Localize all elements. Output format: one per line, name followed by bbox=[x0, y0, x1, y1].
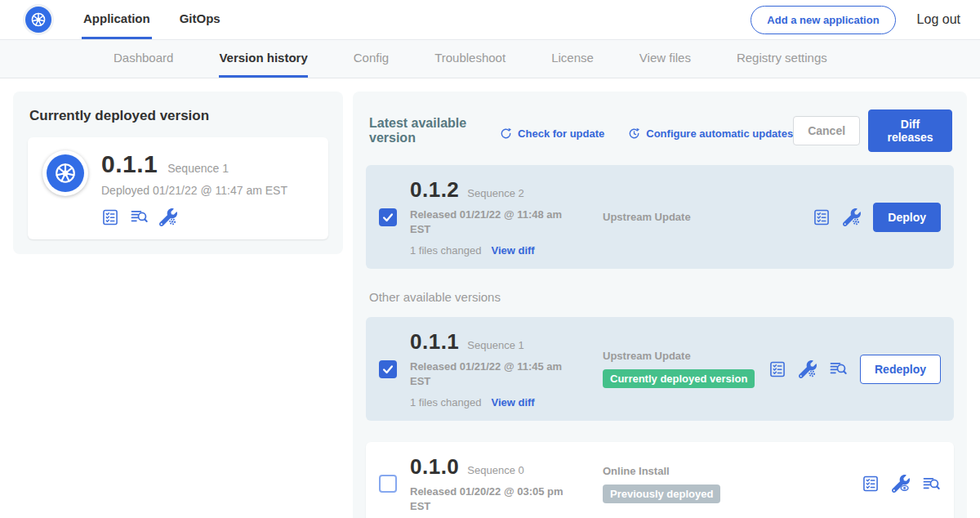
latest-available-title: Latest available version bbox=[369, 116, 488, 145]
version-history-panel: Latest available version Check for updat… bbox=[353, 92, 967, 518]
version-row-0-1-2: 0.1.2 Sequence 2 Released 01/21/22 @ 11:… bbox=[366, 165, 954, 269]
version-source: Upstream Update bbox=[603, 211, 813, 223]
deployed-timestamp: Deployed 01/21/22 @ 11:47 am EST bbox=[101, 184, 287, 197]
version-info: 0.1.2 Sequence 2 Released 01/21/22 @ 11:… bbox=[410, 177, 575, 257]
version-info: 0.1.0 Sequence 0 Released 01/20/22 @ 03:… bbox=[410, 454, 575, 513]
diff-logs-icon[interactable] bbox=[130, 208, 149, 226]
sequence-label: Sequence 1 bbox=[467, 339, 523, 351]
wrench-gear-icon[interactable] bbox=[843, 208, 861, 226]
configure-updates-label: Configure automatic updates bbox=[646, 127, 793, 140]
released-timestamp: Released 01/21/22 @ 11:45 am EST bbox=[410, 359, 572, 388]
version-row-0-1-1: 0.1.1 Sequence 1 Released 01/21/22 @ 11:… bbox=[366, 317, 954, 421]
deployed-sequence-label: Sequence 1 bbox=[167, 162, 229, 175]
version-row-0-1-0: 0.1.0 Sequence 0 Released 01/20/22 @ 03:… bbox=[366, 442, 954, 518]
wrench-gear-icon[interactable] bbox=[159, 208, 177, 226]
logout-link[interactable]: Log out bbox=[917, 12, 960, 27]
tab-registry-settings[interactable]: Registry settings bbox=[737, 40, 827, 78]
app-subnav: Dashboard Version history Config Trouble… bbox=[0, 40, 980, 78]
diff-releases-button[interactable]: Diff releases bbox=[868, 109, 952, 152]
kubernetes-icon bbox=[25, 7, 51, 33]
row-actions: Deploy bbox=[813, 203, 941, 232]
checklist-icon[interactable] bbox=[101, 208, 119, 226]
version-number: 0.1.0 bbox=[410, 454, 459, 480]
sequence-label: Sequence 2 bbox=[467, 187, 523, 199]
deployed-card-title: Currently deployed version bbox=[29, 108, 328, 124]
tab-license[interactable]: License bbox=[551, 40, 594, 78]
tab-troubleshoot[interactable]: Troubleshoot bbox=[434, 40, 506, 78]
clock-refresh-icon bbox=[627, 127, 641, 141]
version-checkbox[interactable] bbox=[379, 208, 397, 226]
top-navbar: Application GitOps Add a new application… bbox=[0, 0, 980, 40]
version-source: Online Install Previously deployed bbox=[603, 465, 862, 503]
deploy-button[interactable]: Deploy bbox=[873, 203, 941, 232]
app-logo-large bbox=[42, 150, 88, 196]
currently-deployed-badge: Currently deployed version bbox=[603, 369, 755, 388]
check-for-update-label: Check for update bbox=[518, 127, 604, 140]
topnav-tab-gitops[interactable]: GitOps bbox=[178, 0, 222, 39]
currently-deployed-card: Currently deployed version 0.1.1 Sequenc… bbox=[13, 92, 343, 254]
tab-view-files[interactable]: View files bbox=[639, 40, 691, 78]
wrench-eye-icon[interactable] bbox=[892, 475, 910, 493]
deployed-version-number: 0.1.1 bbox=[101, 150, 158, 178]
diff-logs-icon[interactable] bbox=[922, 475, 941, 493]
checklist-icon[interactable] bbox=[862, 475, 880, 493]
row-actions bbox=[862, 475, 941, 493]
view-diff-link[interactable]: View diff bbox=[491, 244, 534, 257]
diff-logs-icon[interactable] bbox=[829, 359, 848, 378]
version-source: Upstream Update Currently deployed versi… bbox=[603, 350, 768, 388]
main-content: Currently deployed version 0.1.1 Sequenc… bbox=[0, 78, 980, 518]
version-info: 0.1.1 Sequence 1 Released 01/21/22 @ 11:… bbox=[410, 329, 575, 409]
kubernetes-icon bbox=[47, 154, 84, 192]
tab-version-history[interactable]: Version history bbox=[219, 40, 307, 78]
cancel-button[interactable]: Cancel bbox=[793, 116, 860, 145]
released-timestamp: Released 01/21/22 @ 11:48 am EST bbox=[410, 208, 572, 236]
checklist-icon[interactable] bbox=[813, 208, 831, 226]
deployed-actions bbox=[101, 208, 287, 226]
source-label: Upstream Update bbox=[603, 350, 768, 362]
redeploy-button[interactable]: Redeploy bbox=[860, 355, 941, 384]
deployed-version-card: 0.1.1 Sequence 1 Deployed 01/21/22 @ 11:… bbox=[28, 137, 328, 239]
sequence-label: Sequence 0 bbox=[467, 464, 523, 476]
version-number: 0.1.1 bbox=[410, 329, 459, 355]
tab-config[interactable]: Config bbox=[354, 40, 389, 78]
released-timestamp: Released 01/20/22 @ 03:05 pm EST bbox=[410, 485, 572, 513]
configure-updates-link[interactable]: Configure automatic updates bbox=[627, 127, 793, 141]
deployed-version-info: 0.1.1 Sequence 1 Deployed 01/21/22 @ 11:… bbox=[101, 150, 287, 226]
version-checkbox[interactable] bbox=[379, 360, 397, 378]
checklist-icon[interactable] bbox=[768, 360, 786, 378]
row-actions: Redeploy bbox=[768, 355, 941, 384]
refresh-icon bbox=[499, 127, 513, 141]
version-number: 0.1.2 bbox=[410, 177, 459, 203]
files-changed-label: 1 files changed bbox=[410, 396, 481, 409]
files-changed-label: 1 files changed bbox=[410, 244, 481, 257]
tab-dashboard[interactable]: Dashboard bbox=[114, 40, 173, 78]
topnav-tab-application[interactable]: Application bbox=[82, 0, 152, 39]
app-logo bbox=[23, 4, 54, 35]
other-versions-title: Other available versions bbox=[369, 290, 954, 304]
check-for-update-link[interactable]: Check for update bbox=[499, 127, 604, 141]
topnav-tabs: Application GitOps bbox=[82, 0, 222, 39]
wrench-gear-icon[interactable] bbox=[799, 360, 817, 378]
source-label: Upstream Update bbox=[603, 211, 813, 223]
topnav-right: Add a new application Log out bbox=[751, 0, 960, 39]
version-checkbox[interactable] bbox=[379, 475, 397, 493]
view-diff-link[interactable]: View diff bbox=[491, 396, 534, 409]
panel-header: Latest available version Check for updat… bbox=[369, 109, 952, 152]
source-label: Online Install bbox=[603, 465, 862, 477]
add-application-button[interactable]: Add a new application bbox=[751, 6, 895, 34]
previously-deployed-badge: Previously deployed bbox=[603, 485, 720, 503]
